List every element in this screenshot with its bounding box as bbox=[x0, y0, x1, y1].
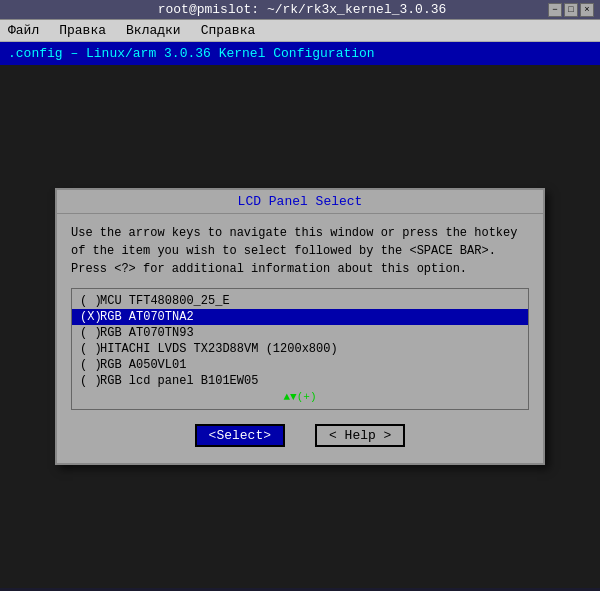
option-radio-3: ( ) bbox=[80, 342, 100, 356]
option-label-5: RGB lcd panel B101EW05 bbox=[100, 374, 258, 388]
terminal-area: LCD Panel Select Use the arrow keys to n… bbox=[0, 65, 600, 588]
option-label-0: MCU TFT480800_25_E bbox=[100, 294, 230, 308]
option-radio-1: (X) bbox=[80, 310, 100, 324]
option-item-2[interactable]: ( ) RGB AT070TN93 bbox=[72, 325, 528, 341]
option-radio-4: ( ) bbox=[80, 358, 100, 372]
menu-item-файл[interactable]: Файл bbox=[4, 22, 43, 39]
maximize-button[interactable]: □ bbox=[564, 3, 578, 17]
option-label-4: RGB A050VL01 bbox=[100, 358, 186, 372]
lcd-panel-dialog: LCD Panel Select Use the arrow keys to n… bbox=[55, 188, 545, 465]
option-radio-0: ( ) bbox=[80, 294, 100, 308]
dialog-body: Use the arrow keys to navigate this wind… bbox=[57, 214, 543, 463]
options-list[interactable]: ( ) MCU TFT480800_25_E(X) RGB AT070TNA2(… bbox=[71, 288, 529, 410]
menu-item-вкладки[interactable]: Вкладки bbox=[122, 22, 185, 39]
option-item-4[interactable]: ( ) RGB A050VL01 bbox=[72, 357, 528, 373]
option-label-1: RGB AT070TNA2 bbox=[100, 310, 194, 324]
scroll-indicator: ▲▼(+) bbox=[72, 389, 528, 405]
dialog-button-0[interactable]: <Select> bbox=[195, 424, 285, 447]
kernel-config-header: .config – Linux/arm 3.0.36 Kernel Config… bbox=[0, 42, 600, 65]
dialog-buttons: <Select>< Help > bbox=[71, 416, 529, 453]
option-item-0[interactable]: ( ) MCU TFT480800_25_E bbox=[72, 293, 528, 309]
menu-item-справка[interactable]: Справка bbox=[197, 22, 260, 39]
option-radio-5: ( ) bbox=[80, 374, 100, 388]
dialog-title: LCD Panel Select bbox=[57, 190, 543, 214]
kernel-header-text: .config – Linux/arm 3.0.36 Kernel Config… bbox=[8, 46, 375, 61]
option-item-1[interactable]: (X) RGB AT070TNA2 bbox=[72, 309, 528, 325]
option-item-3[interactable]: ( ) HITACHI LVDS TX23D88VM (1200x800) bbox=[72, 341, 528, 357]
option-item-5[interactable]: ( ) RGB lcd panel B101EW05 bbox=[72, 373, 528, 389]
menu-bar: ФайлПравкаВкладкиСправка bbox=[0, 20, 600, 42]
minimize-button[interactable]: − bbox=[548, 3, 562, 17]
option-radio-2: ( ) bbox=[80, 326, 100, 340]
close-button[interactable]: × bbox=[580, 3, 594, 17]
menu-item-правка[interactable]: Правка bbox=[55, 22, 110, 39]
dialog-instructions: Use the arrow keys to navigate this wind… bbox=[71, 224, 529, 278]
window-title: root@pmislot: ~/rk/rk3x_kernel_3.0.36 bbox=[56, 2, 548, 17]
dialog-button-1[interactable]: < Help > bbox=[315, 424, 405, 447]
window-controls: − □ × bbox=[548, 3, 594, 17]
option-label-3: HITACHI LVDS TX23D88VM (1200x800) bbox=[100, 342, 338, 356]
title-bar: root@pmislot: ~/rk/rk3x_kernel_3.0.36 − … bbox=[0, 0, 600, 20]
option-label-2: RGB AT070TN93 bbox=[100, 326, 194, 340]
